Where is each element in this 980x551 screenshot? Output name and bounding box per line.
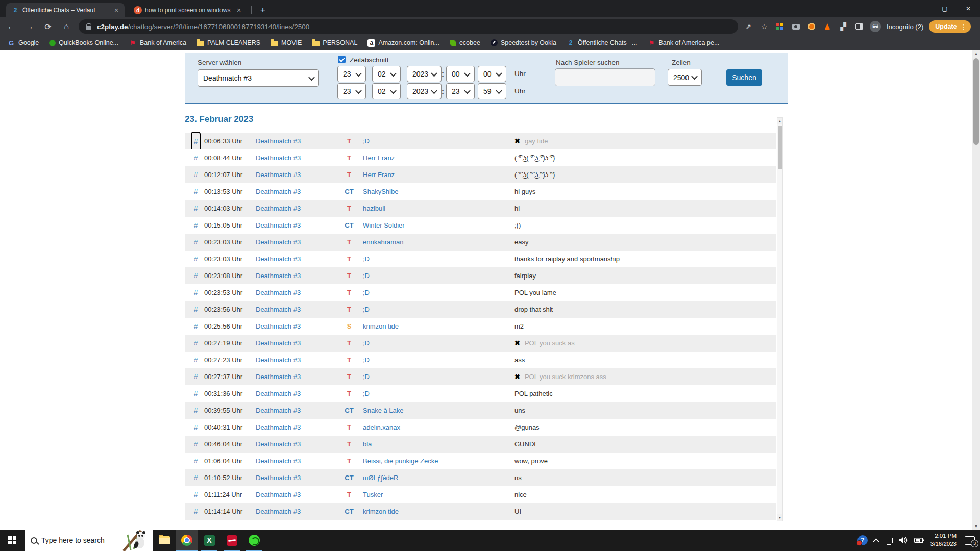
close-window-button[interactable]: ✕	[957, 0, 980, 17]
row-permalink[interactable]: #	[194, 469, 198, 486]
address-bar[interactable]: c2play.de/chatlog/server/28/time/1677106…	[79, 19, 738, 34]
scroll-down-icon[interactable]: ▼	[777, 514, 782, 521]
row-player-link[interactable]: Snake à Lake	[363, 402, 404, 419]
row-permalink[interactable]: #	[194, 217, 198, 234]
reload-icon[interactable]: ⟳	[41, 19, 55, 34]
row-server-link[interactable]: Deathmatch #3	[256, 234, 301, 251]
tab-close-icon[interactable]: ✕	[235, 6, 243, 14]
row-server-link[interactable]: Deathmatch #3	[256, 385, 301, 402]
update-button[interactable]: Update ⋮	[929, 20, 970, 33]
row-permalink[interactable]: #	[192, 133, 200, 151]
to-day-select[interactable]: 23	[337, 83, 366, 99]
from-day-select[interactable]: 23	[337, 66, 366, 82]
bookmark-item[interactable]: Google	[7, 39, 39, 47]
list-scrollbar-thumb[interactable]	[778, 126, 782, 169]
row-server-link[interactable]: Deathmatch #3	[256, 368, 301, 385]
row-player-link[interactable]: ;D	[363, 368, 370, 385]
row-server-link[interactable]: Deathmatch #3	[256, 419, 301, 436]
row-server-link[interactable]: Deathmatch #3	[256, 267, 301, 284]
page-scroll-up-icon[interactable]: ▲	[972, 50, 980, 57]
row-permalink[interactable]: #	[194, 166, 198, 183]
page-scroll-down-icon[interactable]: ▼	[972, 522, 980, 530]
row-server-link[interactable]: Deathmatch #3	[256, 335, 301, 352]
row-permalink[interactable]: #	[194, 284, 198, 301]
from-minute-select[interactable]: 00	[478, 66, 506, 82]
maximize-button[interactable]: ▢	[933, 0, 957, 17]
network-icon[interactable]	[885, 538, 893, 543]
bookmark-item[interactable]: PALM CLEANERS	[197, 39, 260, 46]
row-player-link[interactable]: ;D	[363, 385, 370, 402]
speaker-icon[interactable]	[899, 537, 908, 544]
row-permalink[interactable]: #	[194, 503, 198, 520]
row-player-link[interactable]: Beissi, die punkige Zecke	[363, 453, 438, 469]
to-year-select[interactable]: 2023	[407, 83, 442, 99]
red-app-icon[interactable]	[220, 530, 243, 551]
bookmark-item[interactable]: 2Öffentliche Chats –...	[567, 39, 638, 47]
send-to-device-icon[interactable]: ⇗	[743, 21, 753, 32]
file-explorer-icon[interactable]	[153, 530, 176, 551]
bookmark-item[interactable]: aAmazon.com: Onlin...	[368, 39, 439, 47]
row-player-link[interactable]: adelin.xanax	[363, 419, 400, 436]
row-permalink[interactable]: #	[194, 335, 198, 352]
tab-print-screen[interactable]: d how to print screen on windows ✕	[129, 3, 247, 17]
row-player-link[interactable]: krimzon tide	[363, 318, 399, 335]
bookmark-item[interactable]: QuickBooks Online...	[49, 39, 118, 46]
row-player-link[interactable]: Tusker	[363, 486, 383, 503]
browser-menu-icon[interactable]: ⋮	[960, 23, 967, 31]
row-permalink[interactable]: #	[194, 267, 198, 284]
row-server-link[interactable]: Deathmatch #3	[256, 352, 301, 368]
row-permalink[interactable]: #	[194, 200, 198, 217]
forward-icon[interactable]: →	[22, 19, 37, 34]
page-scrollbar[interactable]: ▲ ▼	[972, 50, 980, 530]
row-permalink[interactable]: #	[194, 368, 198, 385]
suchen-button[interactable]: Suchen	[726, 69, 762, 86]
row-player-link[interactable]: Herr Franz	[363, 149, 395, 166]
taskbar-search[interactable]: Type here to search	[24, 530, 153, 551]
row-server-link[interactable]: Deathmatch #3	[256, 453, 301, 469]
row-permalink[interactable]: #	[194, 149, 198, 166]
row-player-link[interactable]: ;D	[363, 335, 370, 352]
row-permalink[interactable]: #	[194, 234, 198, 251]
row-server-link[interactable]: Deathmatch #3	[256, 149, 301, 166]
list-scrollbar[interactable]: ▲ ▼	[777, 117, 783, 521]
bookmark-item[interactable]: Bank of America pe...	[648, 39, 720, 47]
row-player-link[interactable]: ;D	[363, 284, 370, 301]
row-server-link[interactable]: Deathmatch #3	[256, 183, 301, 200]
row-server-link[interactable]: Deathmatch #3	[256, 251, 301, 267]
help-alert-icon[interactable]: ?	[857, 535, 868, 545]
minimize-button[interactable]: ─	[910, 0, 933, 17]
row-player-link[interactable]: ennkahraman	[363, 234, 404, 251]
row-permalink[interactable]: #	[194, 251, 198, 267]
row-player-link[interactable]: Herr Franz	[363, 166, 395, 183]
notifications-icon[interactable]: 3	[965, 536, 975, 545]
row-permalink[interactable]: #	[194, 520, 198, 524]
row-player-link[interactable]: hazibuli	[363, 200, 385, 217]
page-scrollbar-thumb[interactable]	[973, 58, 979, 145]
row-server-link[interactable]: Deathmatch #3	[256, 200, 301, 217]
row-server-link[interactable]: Deathmatch #3	[256, 284, 301, 301]
row-permalink[interactable]: #	[194, 402, 198, 419]
row-player-link[interactable]: Winter Soldier	[363, 217, 405, 234]
grid-extension-icon[interactable]	[775, 21, 785, 32]
row-server-link[interactable]: Deathmatch #3	[256, 503, 301, 520]
row-player-link[interactable]: ;D	[363, 301, 370, 318]
back-icon[interactable]: ←	[4, 19, 18, 34]
row-server-link[interactable]: Deathmatch #3	[256, 469, 301, 486]
row-server-link[interactable]: Deathmatch #3	[256, 318, 301, 335]
tab-chatlog[interactable]: 2 Öffentliche Chats – Verlauf ✕	[6, 3, 125, 17]
row-player-link[interactable]: Beissi, die punkige Zecke	[363, 520, 438, 524]
new-tab-button[interactable]: +	[256, 4, 270, 17]
bookmark-item[interactable]: ecobee	[450, 39, 480, 46]
row-server-link[interactable]: Deathmatch #3	[256, 133, 301, 149]
tab-close-icon[interactable]: ✕	[112, 6, 120, 14]
bookmark-item[interactable]: Speedtest by Ookla	[491, 39, 556, 46]
lines-select[interactable]: 2500	[668, 69, 702, 86]
from-hour-select[interactable]: 00	[446, 66, 475, 82]
row-server-link[interactable]: Deathmatch #3	[256, 520, 301, 524]
to-hour-select[interactable]: 23	[446, 83, 475, 99]
row-player-link[interactable]: ;D	[363, 133, 370, 149]
row-permalink[interactable]: #	[194, 486, 198, 503]
home-icon[interactable]: ⌂	[59, 19, 74, 34]
excel-icon[interactable]: X	[198, 530, 220, 551]
row-permalink[interactable]: #	[194, 301, 198, 318]
